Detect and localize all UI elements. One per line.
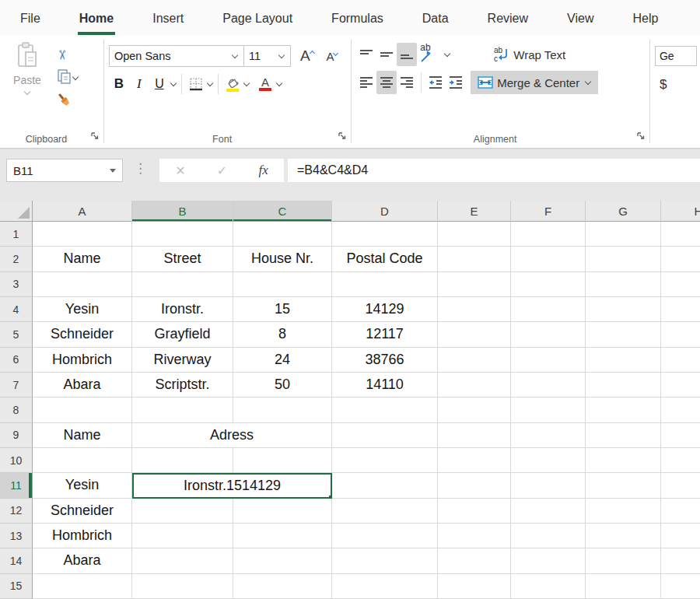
cell-C6[interactable]: 24: [233, 348, 332, 373]
cell-B5[interactable]: Grayfield: [132, 322, 233, 347]
decrease-indent-button[interactable]: [425, 71, 446, 94]
cell-D3[interactable]: [332, 272, 438, 297]
cell-E3[interactable]: [438, 272, 511, 297]
cell-F6[interactable]: [511, 348, 586, 373]
cell-D1[interactable]: [332, 222, 438, 247]
cell-B6[interactable]: Riverway: [132, 348, 233, 373]
cell-F5[interactable]: [511, 322, 586, 347]
tab-file[interactable]: File: [19, 12, 42, 35]
cell-F8[interactable]: [511, 398, 586, 422]
row-header-2[interactable]: 2: [0, 247, 33, 271]
cell-C12[interactable]: [233, 499, 332, 524]
font-size-select[interactable]: 11: [244, 45, 291, 67]
column-header-H[interactable]: H: [661, 201, 700, 222]
row-header-5[interactable]: 5: [0, 322, 33, 347]
name-box-dropdown-icon[interactable]: [110, 169, 116, 173]
font-color-button[interactable]: A: [255, 72, 275, 96]
cell-F7[interactable]: [511, 373, 586, 398]
font-color-chevron-icon[interactable]: [276, 80, 282, 86]
cell-B3[interactable]: [132, 272, 233, 297]
cell-A7[interactable]: Abara: [33, 373, 132, 398]
cell-D4[interactable]: 14129: [332, 297, 438, 322]
cell-E6[interactable]: [438, 348, 511, 373]
grow-font-button[interactable]: A: [297, 44, 317, 68]
cell-C8[interactable]: [233, 398, 332, 422]
cell-H13[interactable]: [661, 524, 700, 548]
paste-dropdown-chevron-icon[interactable]: [24, 89, 30, 95]
copy-dropdown-chevron-icon[interactable]: [72, 74, 79, 80]
column-header-G[interactable]: G: [586, 201, 661, 222]
cut-button[interactable]: ✂: [56, 44, 79, 65]
increase-indent-button[interactable]: [446, 71, 466, 94]
cell-E12[interactable]: [438, 499, 511, 524]
cell-B12[interactable]: [132, 499, 233, 524]
cell-A14[interactable]: Abara: [33, 548, 132, 573]
format-painter-button[interactable]: [56, 91, 79, 111]
cell-F11[interactable]: [511, 473, 586, 498]
formula-input[interactable]: =B4&C4&D4: [288, 159, 700, 182]
cell-G9[interactable]: [586, 423, 661, 448]
cell-E15[interactable]: [438, 574, 511, 599]
cell-D11[interactable]: [332, 473, 438, 498]
row-header-10[interactable]: 10: [0, 448, 33, 473]
underline-button[interactable]: U: [149, 72, 170, 96]
tab-insert[interactable]: Insert: [151, 12, 185, 35]
row-header-1[interactable]: 1: [0, 222, 33, 247]
cell-F10[interactable]: [511, 448, 586, 473]
italic-button[interactable]: I: [129, 72, 149, 96]
cell-D8[interactable]: [332, 398, 438, 422]
tab-page-layout[interactable]: Page Layout: [221, 12, 294, 35]
selected-merged-cell-B11[interactable]: Ironstr.1514129: [132, 473, 332, 498]
borders-chevron-icon[interactable]: [207, 80, 213, 86]
wrap-text-button[interactable]: ab c Wrap Text: [492, 43, 567, 66]
cell-A2[interactable]: Name: [33, 247, 132, 271]
cell-E5[interactable]: [438, 322, 511, 347]
column-header-D[interactable]: D: [332, 201, 438, 222]
cell-E9[interactable]: [438, 423, 511, 448]
tab-formulas[interactable]: Formulas: [330, 12, 385, 35]
align-center-button[interactable]: [376, 71, 397, 94]
cell-C4[interactable]: 15: [233, 297, 332, 322]
cell-G2[interactable]: [586, 247, 661, 271]
orientation-button[interactable]: ab: [417, 44, 443, 65]
cell-F15[interactable]: [511, 574, 586, 599]
tab-review[interactable]: Review: [486, 12, 530, 35]
cell-G1[interactable]: [586, 222, 661, 247]
align-middle-button[interactable]: [376, 43, 397, 66]
column-header-F[interactable]: F: [511, 201, 586, 222]
column-header-C[interactable]: C: [233, 201, 332, 222]
cell-D9[interactable]: [332, 423, 438, 448]
cell-C15[interactable]: [233, 574, 332, 599]
cell-H14[interactable]: [661, 548, 700, 573]
cell-A11[interactable]: Yesin: [33, 473, 132, 498]
insert-function-icon[interactable]: fx: [259, 163, 268, 178]
row-header-3[interactable]: 3: [0, 272, 33, 297]
align-top-button[interactable]: [356, 43, 376, 66]
shrink-font-button[interactable]: A: [322, 44, 342, 68]
tab-help[interactable]: Help: [631, 12, 660, 35]
cell-H10[interactable]: [661, 448, 700, 473]
row-header-4[interactable]: 4: [0, 297, 33, 322]
cell-G7[interactable]: [586, 373, 661, 398]
accounting-format-button[interactable]: $: [660, 77, 697, 93]
cell-G6[interactable]: [586, 348, 661, 373]
cell-A13[interactable]: Hombrich: [33, 524, 132, 548]
row-header-15[interactable]: 15: [0, 574, 33, 599]
cell-G15[interactable]: [586, 574, 661, 599]
number-format-select[interactable]: Ge: [655, 46, 697, 66]
cell-D12[interactable]: [332, 499, 438, 524]
font-dialog-launcher-icon[interactable]: [338, 130, 347, 144]
cell-A8[interactable]: [33, 398, 132, 422]
cell-C2[interactable]: House Nr.: [233, 247, 332, 271]
cell-H15[interactable]: [661, 574, 700, 599]
cell-H4[interactable]: [661, 297, 700, 322]
cell-H6[interactable]: [661, 348, 700, 373]
column-header-E[interactable]: E: [438, 201, 511, 222]
tab-home[interactable]: Home: [78, 12, 115, 35]
cell-D15[interactable]: [332, 574, 438, 599]
paste-button[interactable]: Paste: [5, 41, 50, 131]
row-header-11[interactable]: 11: [0, 473, 33, 498]
align-right-button[interactable]: [397, 71, 417, 94]
cell-D13[interactable]: [332, 524, 438, 548]
formula-bar-grip[interactable]: ⋮: [134, 160, 145, 177]
